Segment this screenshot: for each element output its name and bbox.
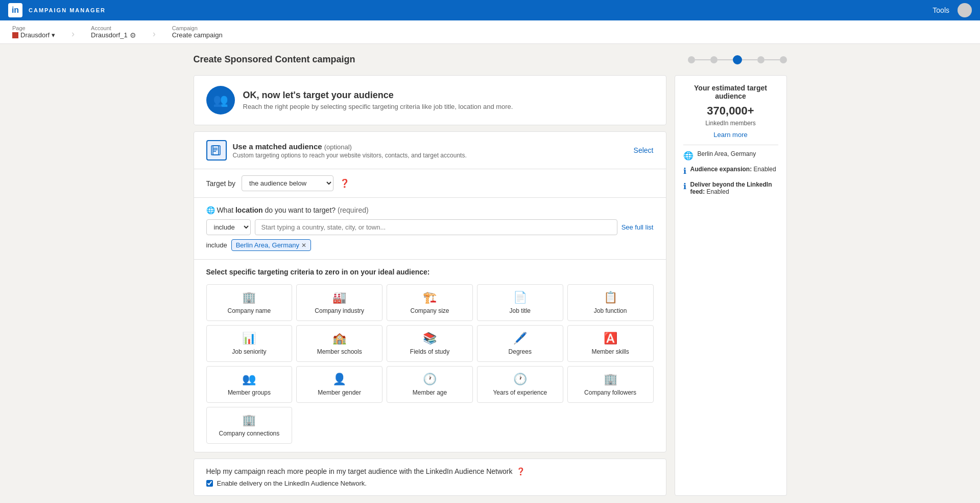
criteria-job-function-label: Job function	[594, 307, 627, 314]
criteria-company-followers-label: Company followers	[584, 389, 636, 396]
breadcrumb-campaign: Campaign Create campaign	[172, 25, 223, 39]
audience-header-icon: 👥	[206, 86, 235, 115]
step-4	[757, 56, 764, 63]
top-navigation: in CAMPAIGN MANAGER Tools	[0, 0, 980, 20]
criteria-section: Select specific targeting criteria to ze…	[194, 260, 666, 452]
criteria-member-age[interactable]: 🕐 Member age	[387, 366, 473, 403]
page-dropdown-icon[interactable]: ▾	[52, 31, 55, 39]
enable-delivery-label[interactable]: Enable delivery on the LinkedIn Audience…	[217, 479, 367, 487]
help-icon[interactable]: ❓	[340, 178, 350, 188]
location-input-row: include exclude See full list	[206, 219, 654, 235]
criteria-job-title-label: Job title	[510, 307, 531, 314]
estimated-title: Your estimated target audience	[683, 84, 778, 100]
side-audience-expansion-text: Audience expansion: Enabled	[690, 166, 776, 173]
criteria-member-groups-label: Member groups	[228, 389, 271, 396]
criteria-company-connections[interactable]: 🏢 Company connections	[206, 407, 293, 444]
svg-rect-0	[211, 146, 219, 155]
location-include-select[interactable]: include exclude	[206, 219, 251, 235]
breadcrumb-page: Page Drausdorf ▾	[12, 25, 55, 39]
criteria-company-name[interactable]: 🏢 Company name	[206, 284, 293, 321]
criteria-member-groups[interactable]: 👥 Member groups	[206, 366, 293, 403]
criteria-years-experience[interactable]: 🕐 Years of experience	[477, 366, 563, 403]
audience-network-title: Help my campaign reach more people in my…	[206, 467, 654, 475]
side-location-text: Berlin Area, Germany	[698, 150, 756, 157]
criteria-company-connections-label: Company connections	[219, 430, 280, 437]
audience-header-title: OK, now let's target your audience	[243, 90, 513, 101]
step-line-2	[718, 59, 733, 60]
matched-audience-icon	[206, 140, 227, 161]
member-schools-icon: 🏫	[332, 332, 346, 345]
criteria-degrees-label: Degrees	[509, 348, 532, 355]
tools-link[interactable]: Tools	[933, 6, 949, 14]
company-connections-icon: 🏢	[242, 414, 256, 427]
main-panel: 👥 OK, now let's target your audience Rea…	[194, 75, 666, 496]
account-settings-icon[interactable]: ⚙	[130, 31, 136, 39]
years-experience-icon: 🕐	[513, 373, 527, 386]
location-search-input[interactable]	[255, 219, 617, 235]
criteria-member-gender[interactable]: 👤 Member gender	[296, 366, 383, 403]
breadcrumb-separator-1: ›	[71, 29, 75, 39]
svg-rect-1	[213, 146, 220, 155]
criteria-company-name-label: Company name	[228, 307, 271, 314]
criteria-job-title[interactable]: 📄 Job title	[477, 284, 563, 321]
criteria-member-schools[interactable]: 🏫 Member schools	[296, 325, 383, 362]
location-tag-remove[interactable]: ✕	[301, 242, 306, 249]
member-skills-icon: 🅰️	[604, 332, 617, 345]
fields-of-study-icon: 📚	[423, 332, 437, 345]
target-by-label: Target by	[206, 179, 236, 188]
criteria-job-function[interactable]: 📋 Job function	[567, 284, 654, 321]
side-info-audience-expansion: ℹ Audience expansion: Enabled	[683, 166, 778, 176]
criteria-company-size-label: Company size	[410, 307, 449, 314]
criteria-company-size[interactable]: 🏗️ Company size	[387, 284, 473, 321]
location-tag-row: include Berlin Area, Germany ✕	[206, 239, 654, 251]
see-full-list-link[interactable]: See full list	[622, 223, 654, 231]
content-layout: 👥 OK, now let's target your audience Rea…	[194, 75, 787, 496]
criteria-company-followers[interactable]: 🏢 Company followers	[567, 366, 654, 403]
step-indicator	[688, 55, 787, 64]
location-required: (required)	[336, 206, 369, 214]
target-by-select[interactable]: the audience below	[242, 175, 333, 191]
matched-audience-left: Use a matched audience (optional) Custom…	[206, 140, 467, 161]
criteria-job-seniority[interactable]: 📊 Job seniority	[206, 325, 293, 362]
criteria-member-skills-label: Member skills	[591, 348, 629, 355]
page-header: Create Sponsored Content campaign	[194, 54, 787, 65]
side-info-beyond-feed: ℹ Deliver beyond the LinkedIn feed: Enab…	[683, 181, 778, 195]
breadcrumb-separator-2: ›	[153, 29, 156, 39]
enable-delivery-checkbox[interactable]	[206, 480, 213, 487]
audience-expansion-icon: ℹ	[683, 166, 686, 176]
criteria-job-seniority-label: Job seniority	[232, 348, 266, 355]
criteria-company-industry[interactable]: 🏭 Company industry	[296, 284, 383, 321]
company-followers-icon: 🏢	[604, 373, 617, 386]
audience-network-checkbox-row: Enable delivery on the LinkedIn Audience…	[206, 479, 654, 487]
location-title: 🌐 What location do you want to target? (…	[206, 206, 654, 214]
audience-network-help-icon[interactable]: ❓	[516, 467, 525, 475]
learn-more-link[interactable]: Learn more	[683, 131, 778, 139]
estimated-sub: LinkedIn members	[683, 120, 778, 127]
criteria-company-industry-label: Company industry	[315, 307, 364, 314]
audience-network-section: Help my campaign reach more people in my…	[194, 459, 666, 496]
nav-right: Tools	[933, 3, 972, 17]
select-matched-audience-link[interactable]: Select	[634, 146, 654, 154]
location-tag-name: Berlin Area, Germany	[236, 241, 299, 249]
company-size-icon: 🏗️	[423, 291, 437, 304]
company-name-icon: 🏢	[242, 291, 256, 304]
job-title-icon: 📄	[513, 291, 527, 304]
criteria-years-experience-label: Years of experience	[493, 389, 547, 396]
step-5	[780, 56, 787, 63]
matched-audience-section: Use a matched audience (optional) Custom…	[194, 132, 666, 169]
criteria-member-skills[interactable]: 🅰️ Member skills	[567, 325, 654, 362]
criteria-member-age-label: Member age	[413, 389, 447, 396]
criteria-fields-of-study[interactable]: 📚 Fields of study	[387, 325, 473, 362]
globe-icon: 🌐	[206, 206, 215, 214]
company-industry-icon: 🏭	[332, 291, 346, 304]
include-label: include	[206, 241, 227, 249]
user-avatar[interactable]	[958, 3, 972, 17]
criteria-degrees[interactable]: 🖊️ Degrees	[477, 325, 563, 362]
member-groups-icon: 👥	[242, 373, 256, 386]
audience-header-text: OK, now let's target your audience Reach…	[243, 90, 513, 110]
step-line-3	[742, 59, 757, 60]
estimated-target-panel: Your estimated target audience 370,000+ …	[675, 75, 787, 496]
main-content: Create Sponsored Content campaign 👥 OK, …	[181, 44, 799, 503]
side-info-location: 🌐 Berlin Area, Germany	[683, 150, 778, 161]
estimated-count: 370,000+	[683, 104, 778, 118]
